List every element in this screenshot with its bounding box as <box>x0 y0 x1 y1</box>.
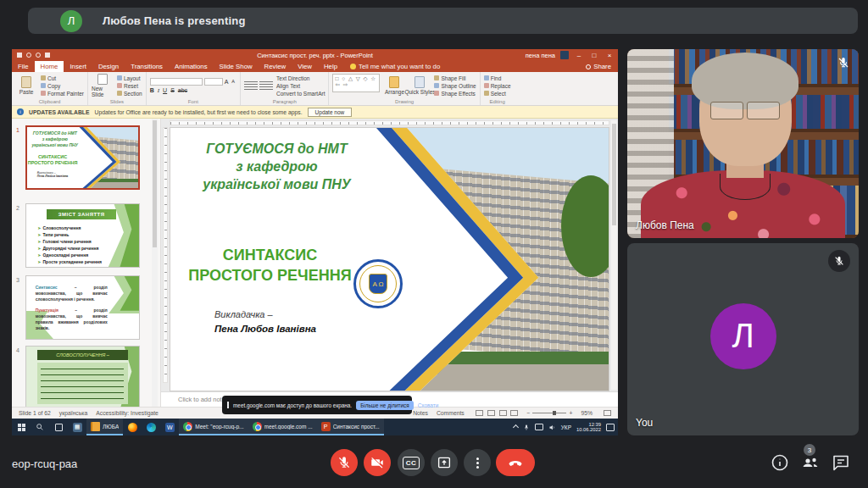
windows-taskbar: ▦ ЛЮБА W Meet: "eop-rcuq-p... meet.googl… <box>12 419 618 435</box>
windows-icon <box>18 424 25 431</box>
clear-format-button: abc <box>178 87 187 93</box>
update-now-button: Update now <box>308 108 353 117</box>
shape-fill-button: Shape Fill <box>434 75 476 81</box>
word-icon: W <box>165 423 175 432</box>
italic-button: I <box>158 87 159 94</box>
pp-thumbnail-panel: 1 ГОТУЄМОСЯ до НМТз кафедроюукраїнської … <box>12 119 161 407</box>
taskbar-word: W <box>160 419 179 435</box>
find-icon <box>484 75 489 80</box>
pp-menubar: File Home Insert Design Transitions Anim… <box>12 61 618 72</box>
format-painter-button: Format Painter <box>41 91 84 97</box>
thumb-number-2: 2 <box>16 205 19 211</box>
screenshare-tile[interactable]: Синтаксис прост. реч. pptx - PowerPoint … <box>12 49 618 435</box>
copy-button: Copy <box>41 83 84 89</box>
format-painter-icon <box>41 91 46 96</box>
copy-icon <box>41 83 46 88</box>
chrome-icon <box>253 422 262 431</box>
stop-sharing-button: Більше не ділитися <box>356 401 414 410</box>
thumb4-text-lines <box>37 363 127 404</box>
person-icon <box>586 64 591 69</box>
taskbar-search <box>31 419 49 435</box>
minimize-icon: – <box>574 52 584 59</box>
pp-tellme: Tell me what you want to do <box>359 63 440 70</box>
captions-button[interactable]: CC <box>398 449 425 476</box>
layout-icon <box>117 75 122 80</box>
info-icon <box>770 452 790 473</box>
participants-count-badge: 3 <box>804 444 815 456</box>
search-icon <box>36 423 44 431</box>
paste-icon <box>21 76 31 88</box>
arrange-button: Arrange <box>383 74 405 97</box>
pp-tab-file: File <box>12 61 35 72</box>
system-tray: УКР 12:3910.06.2022 <box>514 422 618 433</box>
new-slide-button: New Slide <box>92 74 114 97</box>
section-button: Section <box>117 91 142 97</box>
replace-icon <box>484 83 489 88</box>
taskbar-edge <box>142 419 160 435</box>
tray-speaker-icon <box>548 424 556 431</box>
smartart-button: Convert to SmartArt <box>276 91 325 97</box>
pp-tab-insert: Insert <box>64 61 92 72</box>
present-icon <box>437 455 452 470</box>
zoom-out-icon: − <box>526 410 530 416</box>
select-icon <box>484 91 489 96</box>
pp-account-avatar <box>560 51 569 59</box>
pp-tab-review: Review <box>259 61 292 72</box>
meeting-details-button[interactable] <box>770 452 790 473</box>
align-left-icon <box>244 86 258 90</box>
taskbar-chrome-meet: Meet: "eop-rcuq-p... <box>179 419 248 435</box>
ribbon-drawing-group: □ ○ △ ▽ ◇ ☆ ⇦ ⇨ Arrange Quick Styles Sha… <box>329 72 480 105</box>
clock: 12:3910.06.2022 <box>576 422 601 433</box>
thumbnail-scrollbar <box>152 119 158 407</box>
presenter-avatar: Л <box>60 10 82 32</box>
mic-toggle-button[interactable] <box>331 449 358 476</box>
more-options-button[interactable] <box>464 449 491 476</box>
slide-thumbnail-1: ГОТУЄМОСЯ до НМТз кафедроюукраїнської мо… <box>25 125 140 190</box>
edge-icon <box>147 423 156 432</box>
calculator-icon: ▦ <box>73 423 82 432</box>
chrome-icon <box>183 422 192 431</box>
select-button: Select <box>484 91 511 97</box>
pp-account-name: пена пена <box>526 52 555 59</box>
pp-tab-view: View <box>292 61 318 72</box>
layout-button: Layout <box>117 75 142 81</box>
arrange-icon <box>389 76 399 88</box>
replace-button: Replace <box>484 83 511 89</box>
input-language: УКР <box>561 424 571 430</box>
meeting-code: eop-rcuq-paa <box>12 458 77 470</box>
presenter-video <box>627 49 859 238</box>
pp-editor-area: ГОТУЄМОСЯ до НМТ з кафедрою української … <box>161 119 618 391</box>
ribbon-editing-group: Find Replace Select Editing <box>481 72 515 105</box>
pp-tab-transitions: Transitions <box>125 61 169 72</box>
camera-toggle-button[interactable] <box>364 449 391 476</box>
task-view-icon <box>55 424 63 431</box>
slide-thumbnail-3: Синтаксис – розділ мовознавства, що вивч… <box>25 275 140 340</box>
align-text-button: Align Text <box>276 83 325 89</box>
close-icon: × <box>604 52 615 59</box>
office-update-bar: i UPDATES AVAILABLE Updates for Office a… <box>12 106 618 119</box>
grow-font-icon: A <box>225 79 229 85</box>
present-button[interactable] <box>431 449 458 476</box>
align-center-icon <box>259 86 273 90</box>
end-call-button[interactable] <box>496 449 535 476</box>
mic-muted-icon <box>828 250 850 272</box>
ribbon-slides-group: New Slide Layout Reset Section Slides <box>88 72 147 105</box>
hide-toast-button: Сховати <box>418 402 439 408</box>
chat-button[interactable] <box>831 452 851 473</box>
taskbar-app-folder: ЛЮБА <box>86 419 123 435</box>
thumb-number-4: 4 <box>16 347 19 353</box>
zoom-slider <box>532 413 566 413</box>
calculator-button: ▦ <box>68 419 86 435</box>
university-logo: Α Ω <box>353 259 403 308</box>
notes-toggle: Notes <box>413 410 428 416</box>
quick-styles-button: Quick Styles <box>409 74 431 97</box>
cut-icon <box>41 75 46 80</box>
participant-tile-presenter[interactable]: Любов Пена <box>627 49 859 238</box>
mic-muted-icon <box>837 56 850 73</box>
update-message: Updates for Office are ready to be insta… <box>95 109 303 115</box>
find-button: Find <box>484 75 511 81</box>
shape-effects-icon <box>434 91 439 96</box>
participant-tile-self[interactable]: Л You <box>627 243 859 435</box>
slideshow-view-icon <box>510 410 518 416</box>
comments-toggle: Comments <box>437 410 465 416</box>
